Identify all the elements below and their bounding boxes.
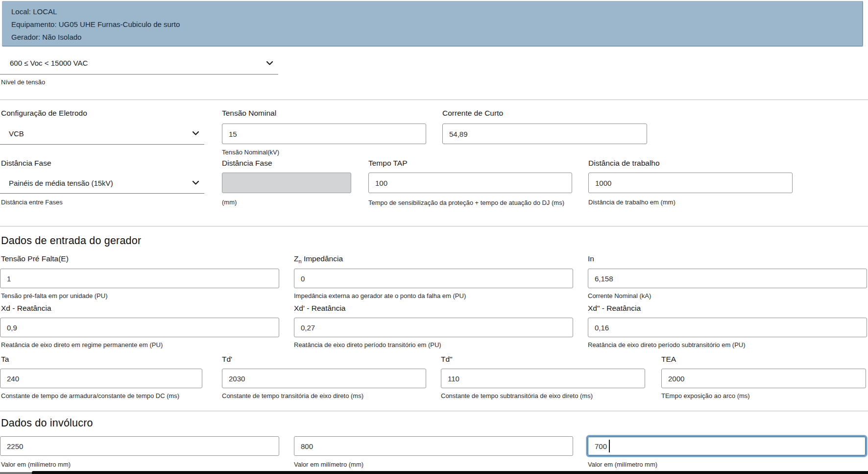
phase-distance-value-helper: (mm): [222, 199, 237, 206]
zn-impedance-label: Zn Impedância: [294, 254, 343, 264]
xd-subtransient-label: Xd" - Reatância: [588, 304, 641, 313]
td-subtransient-label: Td": [441, 355, 453, 364]
td-transient-helper: Constante de tempo transitória de eixo d…: [222, 392, 363, 399]
nominal-current-helper: Corrente Nominal (kA): [588, 292, 651, 299]
xd-subtransient-helper: Reatância de eixo direto período subtran…: [588, 341, 746, 349]
tap-time-label: Tempo TAP: [368, 159, 408, 168]
local-line: Local: LOCAL: [11, 5, 862, 18]
nominal-voltage-label: Tensão Nominal: [222, 109, 276, 118]
electrode-config-select[interactable]: VCB: [0, 123, 204, 145]
prefault-voltage-helper: Tensão pré-falta em por unidade (PU): [1, 292, 108, 299]
divider: [0, 100, 868, 100]
td-transient-label: Td': [222, 355, 232, 364]
enclosure-dim3-helper: Valor em (milímetro mm): [588, 461, 657, 468]
phase-distance-select-label: Distância Fase: [1, 159, 51, 168]
xd-label: Xd - Reatância: [1, 304, 51, 313]
td-transient-input[interactable]: [222, 369, 426, 388]
prefault-voltage-label: Tensão Pré Falta(E): [1, 254, 69, 263]
enclosure-dim2-input[interactable]: [294, 436, 573, 456]
nominal-current-input[interactable]: [588, 269, 867, 288]
generator-section-title: Dados de entrada do gerador: [1, 235, 141, 247]
tea-helper: TEmpo exposição ao arco (ms): [661, 392, 750, 399]
short-circuit-label: Corrente de Curto: [442, 109, 503, 118]
nominal-voltage-helper: Tensão Nominal(kV): [222, 149, 279, 156]
phase-distance-value-label: Distância Fase: [222, 159, 272, 168]
xd-transient-input[interactable]: [294, 318, 573, 337]
electrode-config-label: Configuração de Eletrodo: [1, 109, 87, 118]
enclosure-dim2-helper: Valor em milímetro (mm): [294, 461, 363, 468]
text-cursor: [609, 440, 610, 452]
chevron-down-icon: [266, 61, 273, 66]
tap-time-input[interactable]: [368, 173, 572, 193]
xd-subtransient-input[interactable]: [588, 318, 867, 337]
equipment-info-panel: Local: LOCAL Equipamento: UG05 UHE Furna…: [2, 1, 863, 47]
working-distance-label: Distância de trabalho: [588, 159, 660, 168]
zn-impedance-helper: Impedância externa ao gerador ate o pont…: [294, 292, 466, 299]
ta-label: Ta: [1, 355, 9, 364]
working-distance-input[interactable]: [588, 173, 793, 193]
page: Local: LOCAL Equipamento: UG05 UHE Furna…: [0, 0, 868, 474]
ta-helper: Constante de tempo de armadura/constante…: [1, 392, 179, 399]
enclosure-dim1-helper: Valor em (milímetro mm): [1, 461, 71, 468]
xd-input[interactable]: [0, 318, 279, 337]
generator-line: Gerador: Não Isolado: [11, 31, 862, 44]
voltage-level-selected: 600 ≤ Voc < 15000 VAC: [0, 59, 266, 67]
tap-time-helper: Tempo de sensibilização da proteção + te…: [368, 197, 579, 209]
working-distance-helper: Distância de trabalho em (mm): [588, 199, 675, 206]
electrode-config-selected: VCB: [0, 129, 192, 138]
xd-transient-helper: Reatância de eixo direto período transit…: [294, 341, 441, 349]
enclosure-dim1-input[interactable]: [0, 436, 279, 456]
enclosure-section-title: Dados do invólucro: [1, 417, 93, 429]
xd-transient-label: Xd' - Reatância: [294, 304, 346, 313]
phase-distance-select-helper: Distância entre Fases: [1, 199, 63, 206]
nominal-current-label: In: [588, 254, 594, 263]
short-circuit-input[interactable]: [442, 124, 647, 144]
phase-distance-select[interactable]: Painéis de média tensão (15kV): [0, 173, 204, 194]
tea-label: TEA: [661, 355, 676, 364]
bottom-bar-left-segment: [0, 472, 32, 474]
enclosure-dim3-input[interactable]: [586, 435, 867, 457]
td-subtransient-helper: Constante de tempo subtransitória de eix…: [441, 392, 593, 399]
bottom-bar: [32, 471, 868, 474]
ta-input[interactable]: [0, 369, 202, 388]
voltage-level-helper: Nível de tensão: [1, 78, 45, 86]
xd-helper: Reatância de eixo direto em regime perma…: [1, 341, 163, 349]
divider: [0, 226, 868, 226]
divider: [0, 411, 868, 411]
prefault-voltage-input[interactable]: [0, 269, 279, 288]
nominal-voltage-input[interactable]: [222, 124, 426, 144]
zn-impedance-input[interactable]: [294, 269, 573, 288]
phase-distance-selected: Painéis de média tensão (15kV): [0, 179, 192, 187]
equipment-line: Equipamento: UG05 UHE Furnas-Cubiculo de…: [11, 18, 862, 31]
phase-distance-value-input[interactable]: [222, 173, 351, 193]
voltage-level-select[interactable]: 600 ≤ Voc < 15000 VAC: [0, 52, 278, 75]
chevron-down-icon: [192, 131, 199, 136]
chevron-down-icon: [192, 180, 199, 185]
tea-input[interactable]: [661, 369, 866, 388]
td-subtransient-input[interactable]: [441, 369, 645, 388]
